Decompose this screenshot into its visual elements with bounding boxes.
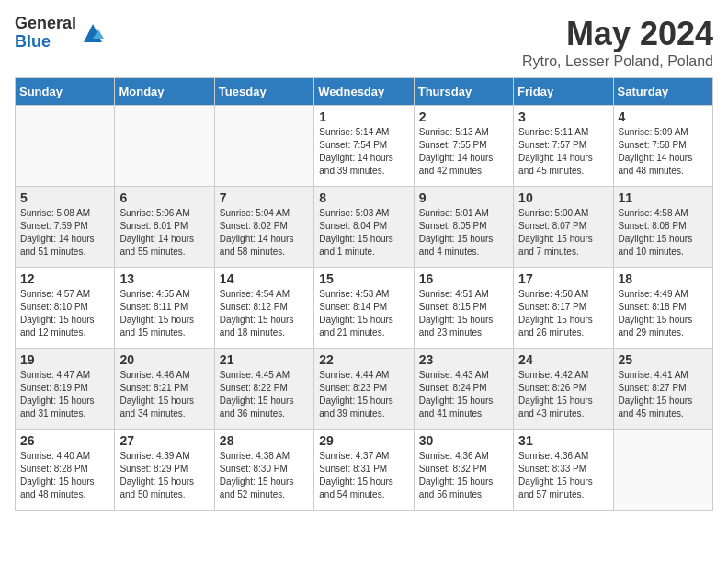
- calendar-cell: 20Sunrise: 4:46 AM Sunset: 8:21 PM Dayli…: [115, 349, 214, 430]
- day-info: Sunrise: 4:41 AM Sunset: 8:27 PM Dayligh…: [619, 369, 708, 420]
- calendar-cell: [613, 430, 712, 511]
- calendar-cell: 6Sunrise: 5:06 AM Sunset: 8:01 PM Daylig…: [115, 187, 214, 268]
- logo: General Blue: [15, 15, 106, 52]
- day-info: Sunrise: 4:36 AM Sunset: 8:32 PM Dayligh…: [419, 450, 508, 501]
- calendar-cell: 14Sunrise: 4:54 AM Sunset: 8:12 PM Dayli…: [214, 268, 313, 349]
- header-wednesday: Wednesday: [314, 78, 414, 106]
- day-info: Sunrise: 4:37 AM Sunset: 8:31 PM Dayligh…: [319, 450, 408, 501]
- calendar-cell: [214, 106, 313, 187]
- day-info: Sunrise: 4:42 AM Sunset: 8:26 PM Dayligh…: [518, 369, 608, 420]
- day-number: 8: [319, 190, 408, 205]
- calendar-cell: 11Sunrise: 4:58 AM Sunset: 8:08 PM Dayli…: [613, 187, 712, 268]
- day-number: 31: [518, 433, 608, 448]
- day-number: 22: [319, 352, 408, 367]
- day-number: 9: [419, 190, 508, 205]
- calendar-cell: 22Sunrise: 4:44 AM Sunset: 8:23 PM Dayli…: [314, 349, 414, 430]
- header-saturday: Saturday: [613, 78, 712, 106]
- day-info: Sunrise: 4:51 AM Sunset: 8:15 PM Dayligh…: [419, 288, 508, 339]
- day-number: 30: [419, 433, 508, 448]
- day-info: Sunrise: 4:57 AM Sunset: 8:10 PM Dayligh…: [20, 288, 109, 339]
- day-number: 17: [518, 271, 608, 286]
- calendar-cell: 17Sunrise: 4:50 AM Sunset: 8:17 PM Dayli…: [514, 268, 613, 349]
- day-info: Sunrise: 4:40 AM Sunset: 8:28 PM Dayligh…: [20, 450, 109, 501]
- calendar-cell: 29Sunrise: 4:37 AM Sunset: 8:31 PM Dayli…: [314, 430, 414, 511]
- day-info: Sunrise: 5:00 AM Sunset: 8:07 PM Dayligh…: [518, 207, 608, 259]
- calendar-cell: 13Sunrise: 4:55 AM Sunset: 8:11 PM Dayli…: [115, 268, 214, 349]
- calendar-week-row: 1Sunrise: 5:14 AM Sunset: 7:54 PM Daylig…: [16, 106, 713, 187]
- calendar-cell: 26Sunrise: 4:40 AM Sunset: 8:28 PM Dayli…: [16, 430, 115, 511]
- calendar-cell: 1Sunrise: 5:14 AM Sunset: 7:54 PM Daylig…: [314, 106, 414, 187]
- header-monday: Monday: [115, 78, 214, 106]
- calendar-cell: 12Sunrise: 4:57 AM Sunset: 8:10 PM Dayli…: [16, 268, 115, 349]
- day-info: Sunrise: 4:44 AM Sunset: 8:23 PM Dayligh…: [319, 369, 408, 420]
- calendar-cell: 27Sunrise: 4:39 AM Sunset: 8:29 PM Dayli…: [115, 430, 214, 511]
- logo-general: General: [15, 15, 76, 33]
- day-number: 3: [518, 109, 608, 124]
- calendar-table: SundayMondayTuesdayWednesdayThursdayFrid…: [15, 77, 713, 511]
- header-tuesday: Tuesday: [214, 78, 313, 106]
- calendar-cell: 4Sunrise: 5:09 AM Sunset: 7:58 PM Daylig…: [613, 106, 712, 187]
- calendar-cell: 31Sunrise: 4:36 AM Sunset: 8:33 PM Dayli…: [514, 430, 613, 511]
- day-number: 28: [220, 433, 309, 448]
- calendar-cell: 8Sunrise: 5:03 AM Sunset: 8:04 PM Daylig…: [314, 187, 414, 268]
- day-info: Sunrise: 4:38 AM Sunset: 8:30 PM Dayligh…: [220, 450, 309, 501]
- calendar-cell: 16Sunrise: 4:51 AM Sunset: 8:15 PM Dayli…: [414, 268, 513, 349]
- day-info: Sunrise: 4:39 AM Sunset: 8:29 PM Dayligh…: [119, 450, 209, 501]
- day-info: Sunrise: 4:55 AM Sunset: 8:11 PM Dayligh…: [119, 288, 209, 339]
- day-number: 4: [619, 109, 708, 124]
- day-info: Sunrise: 5:01 AM Sunset: 8:05 PM Dayligh…: [419, 207, 508, 259]
- calendar-cell: 15Sunrise: 4:53 AM Sunset: 8:14 PM Dayli…: [314, 268, 414, 349]
- day-number: 24: [518, 352, 608, 367]
- day-number: 11: [619, 190, 708, 205]
- day-info: Sunrise: 5:11 AM Sunset: 7:57 PM Dayligh…: [518, 126, 608, 178]
- day-info: Sunrise: 4:45 AM Sunset: 8:22 PM Dayligh…: [220, 369, 309, 420]
- day-number: 25: [619, 352, 708, 367]
- day-number: 10: [518, 190, 608, 205]
- day-number: 20: [119, 352, 209, 367]
- day-info: Sunrise: 5:04 AM Sunset: 8:02 PM Dayligh…: [220, 207, 309, 259]
- day-number: 16: [419, 271, 508, 286]
- calendar-cell: [16, 106, 115, 187]
- day-number: 2: [419, 109, 508, 124]
- location-title: Rytro, Lesser Poland, Poland: [522, 53, 713, 70]
- day-info: Sunrise: 4:47 AM Sunset: 8:19 PM Dayligh…: [20, 369, 109, 420]
- day-info: Sunrise: 5:06 AM Sunset: 8:01 PM Dayligh…: [119, 207, 209, 259]
- day-number: 6: [119, 190, 209, 205]
- day-info: Sunrise: 5:14 AM Sunset: 7:54 PM Dayligh…: [319, 126, 408, 178]
- calendar-cell: 5Sunrise: 5:08 AM Sunset: 7:59 PM Daylig…: [16, 187, 115, 268]
- calendar-cell: 21Sunrise: 4:45 AM Sunset: 8:22 PM Dayli…: [214, 349, 313, 430]
- calendar-cell: 3Sunrise: 5:11 AM Sunset: 7:57 PM Daylig…: [514, 106, 613, 187]
- calendar-cell: 18Sunrise: 4:49 AM Sunset: 8:18 PM Dayli…: [613, 268, 712, 349]
- day-info: Sunrise: 5:03 AM Sunset: 8:04 PM Dayligh…: [319, 207, 408, 259]
- day-number: 12: [20, 271, 109, 286]
- day-number: 14: [220, 271, 309, 286]
- day-number: 23: [419, 352, 508, 367]
- calendar-cell: 24Sunrise: 4:42 AM Sunset: 8:26 PM Dayli…: [514, 349, 613, 430]
- calendar-week-row: 19Sunrise: 4:47 AM Sunset: 8:19 PM Dayli…: [16, 349, 713, 430]
- day-number: 26: [20, 433, 109, 448]
- header-thursday: Thursday: [414, 78, 513, 106]
- day-number: 15: [319, 271, 408, 286]
- day-info: Sunrise: 4:46 AM Sunset: 8:21 PM Dayligh…: [119, 369, 209, 420]
- calendar-cell: 9Sunrise: 5:01 AM Sunset: 8:05 PM Daylig…: [414, 187, 513, 268]
- day-info: Sunrise: 4:50 AM Sunset: 8:17 PM Dayligh…: [518, 288, 608, 339]
- day-number: 27: [119, 433, 209, 448]
- day-info: Sunrise: 4:58 AM Sunset: 8:08 PM Dayligh…: [619, 207, 708, 259]
- month-title: May 2024: [522, 15, 713, 53]
- page-header: General Blue May 2024 Rytro, Lesser Pola…: [15, 15, 713, 70]
- calendar-week-row: 26Sunrise: 4:40 AM Sunset: 8:28 PM Dayli…: [16, 430, 713, 511]
- calendar-week-row: 12Sunrise: 4:57 AM Sunset: 8:10 PM Dayli…: [16, 268, 713, 349]
- day-info: Sunrise: 4:43 AM Sunset: 8:24 PM Dayligh…: [419, 369, 508, 420]
- day-info: Sunrise: 4:49 AM Sunset: 8:18 PM Dayligh…: [619, 288, 708, 339]
- day-info: Sunrise: 5:13 AM Sunset: 7:55 PM Dayligh…: [419, 126, 508, 178]
- calendar-cell: 7Sunrise: 5:04 AM Sunset: 8:02 PM Daylig…: [214, 187, 313, 268]
- calendar-cell: 23Sunrise: 4:43 AM Sunset: 8:24 PM Dayli…: [414, 349, 513, 430]
- day-number: 18: [619, 271, 708, 286]
- calendar-header-row: SundayMondayTuesdayWednesdayThursdayFrid…: [16, 78, 713, 106]
- day-number: 1: [319, 109, 408, 124]
- day-number: 21: [220, 352, 309, 367]
- day-number: 5: [20, 190, 109, 205]
- day-number: 7: [220, 190, 309, 205]
- day-number: 29: [319, 433, 408, 448]
- day-info: Sunrise: 5:09 AM Sunset: 7:58 PM Dayligh…: [619, 126, 708, 178]
